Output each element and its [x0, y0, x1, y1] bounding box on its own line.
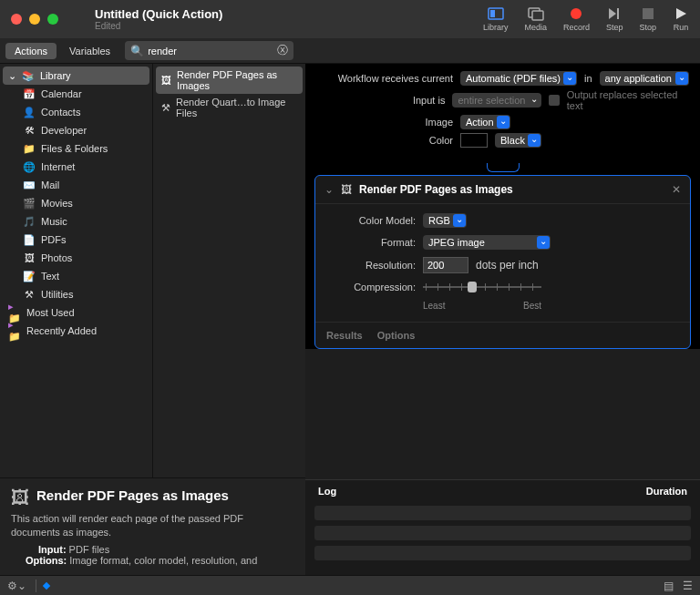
chevron-down-icon: ⌄ — [8, 70, 16, 82]
settings-icon[interactable]: ⚙︎⌄ — [7, 580, 26, 592]
library-icon: 📚 — [22, 69, 35, 82]
category-icon: 📅 — [23, 87, 36, 100]
step-icon — [606, 6, 623, 21]
media-button[interactable]: Media — [524, 6, 547, 32]
log-view-icon[interactable]: ▤ — [664, 580, 674, 592]
action-icon: 🖼 — [161, 75, 171, 86]
window-subtitle: Edited — [95, 21, 483, 31]
library-item[interactable]: 📝Text — [3, 267, 149, 285]
action-card: ⌄ 🖼 Render PDF Pages as Images ✕ Color M… — [314, 175, 691, 349]
in-app-select[interactable]: any application — [600, 71, 689, 86]
log-row — [314, 546, 691, 560]
library-item[interactable]: 🎵Music — [3, 212, 149, 231]
category-icon: 📝 — [23, 270, 36, 282]
folder-icon: ▸ 📁 — [8, 306, 21, 319]
library-header[interactable]: ⌄ 📚 Library — [3, 67, 149, 85]
color-swatch — [460, 133, 488, 148]
log-row — [314, 526, 691, 540]
library-item[interactable]: ⚒Utilities — [3, 285, 149, 303]
library-smart-item[interactable]: ▸ 📁Recently Added — [3, 322, 149, 340]
stop-icon — [640, 6, 656, 21]
tab-actions[interactable]: Actions — [5, 43, 57, 59]
category-icon: 🌐 — [23, 160, 36, 173]
record-icon — [568, 6, 584, 21]
window-controls — [11, 14, 58, 25]
action-info: 🖼 Render PDF Pages as Images This action… — [0, 477, 305, 575]
results-column: 🖼Render PDF Pages as Images⚒Render Quart… — [153, 64, 305, 477]
category-icon: 🖼 — [23, 251, 36, 264]
library-item[interactable]: 🖼Photos — [3, 249, 149, 267]
log-panel: Log Duration — [305, 479, 700, 575]
workflow-canvas[interactable] — [305, 349, 700, 479]
output-replaces-checkbox[interactable] — [549, 95, 559, 106]
log-header: Log — [318, 486, 336, 497]
format-select[interactable]: JPEG image — [423, 235, 551, 250]
connector — [305, 164, 700, 175]
color-select[interactable]: Black — [495, 133, 541, 148]
svg-rect-5 — [643, 8, 654, 19]
category-icon: ✉️ — [23, 179, 36, 191]
options-tab[interactable]: Options — [377, 330, 416, 341]
search-field[interactable]: 🔍 ⓧ — [125, 41, 293, 60]
library-item[interactable]: 🌐Internet — [3, 158, 149, 176]
category-icon: 🎵 — [23, 215, 36, 228]
receives-select[interactable]: Automatic (PDF files) — [460, 71, 577, 86]
media-icon — [528, 6, 544, 21]
category-icon: ⚒ — [23, 288, 36, 301]
svg-rect-4 — [617, 8, 619, 19]
run-icon — [673, 6, 689, 21]
result-item[interactable]: 🖼Render PDF Pages as Images — [156, 67, 303, 94]
pdf-action-icon: 🖼 — [11, 487, 29, 508]
duration-header: Duration — [646, 486, 687, 497]
library-item[interactable]: ✉️Mail — [3, 176, 149, 194]
workflow-status-icon — [43, 581, 50, 589]
library-item[interactable]: 🛠Developer — [3, 121, 149, 139]
run-button[interactable]: Run — [673, 6, 689, 32]
stop-button[interactable]: Stop — [639, 6, 656, 32]
info-description: This action will render each page of the… — [11, 512, 294, 539]
clear-search-icon[interactable]: ⓧ — [277, 43, 288, 58]
library-item[interactable]: 📁Files & Folders — [3, 139, 149, 158]
window-title: Untitled (Quick Action) — [95, 7, 483, 21]
chevron-down-icon[interactable]: ⌄ — [324, 183, 334, 196]
library-item[interactable]: 👤Contacts — [3, 103, 149, 121]
record-button[interactable]: Record — [563, 6, 590, 32]
bottom-bar: ⚙︎⌄ ▤ ☰ — [0, 575, 700, 595]
step-button[interactable]: Step — [606, 6, 623, 32]
info-title: Render PDF Pages as Images — [36, 487, 229, 503]
compression-slider[interactable] — [423, 281, 541, 293]
list-view-icon[interactable]: ☰ — [683, 580, 693, 592]
tab-variables[interactable]: Variables — [60, 43, 119, 59]
color-model-select[interactable]: RGB — [423, 213, 467, 228]
search-input[interactable] — [148, 46, 277, 56]
workflow-config: Workflow receives current Automatic (PDF… — [305, 64, 700, 164]
category-icon: 👤 — [23, 106, 36, 118]
category-icon: 📁 — [23, 142, 36, 155]
library-smart-item[interactable]: ▸ 📁Most Used — [3, 303, 149, 322]
svg-rect-3 — [532, 11, 543, 20]
image-select[interactable]: Action — [460, 115, 510, 129]
action-icon: ⚒ — [161, 102, 170, 114]
results-tab[interactable]: Results — [326, 330, 363, 341]
search-icon: 🔍 — [130, 45, 144, 57]
result-item[interactable]: ⚒Render Quart…to Image Files — [156, 94, 303, 121]
resolution-input[interactable] — [423, 257, 468, 273]
close-action-icon[interactable]: ✕ — [672, 183, 681, 196]
library-icon — [488, 6, 504, 21]
inputis-select[interactable]: entire selection — [452, 93, 541, 108]
action-title: Render PDF Pages as Images — [359, 183, 513, 196]
library-button[interactable]: Library — [483, 6, 509, 32]
minimize-window[interactable] — [29, 14, 40, 25]
category-icon: 📄 — [23, 233, 36, 246]
log-row — [314, 506, 691, 520]
svg-rect-1 — [490, 10, 495, 17]
library-item[interactable]: 📅Calendar — [3, 85, 149, 103]
tabs-row: Actions Variables 🔍 ⓧ — [0, 38, 700, 64]
titlebar: Untitled (Quick Action) Edited Library M… — [0, 0, 700, 38]
library-item[interactable]: 🎬Movies — [3, 194, 149, 212]
category-icon: 🎬 — [23, 197, 36, 210]
close-window[interactable] — [11, 14, 22, 25]
category-icon: 🛠 — [23, 124, 36, 137]
zoom-window[interactable] — [47, 14, 58, 25]
library-item[interactable]: 📄PDFs — [3, 231, 149, 249]
